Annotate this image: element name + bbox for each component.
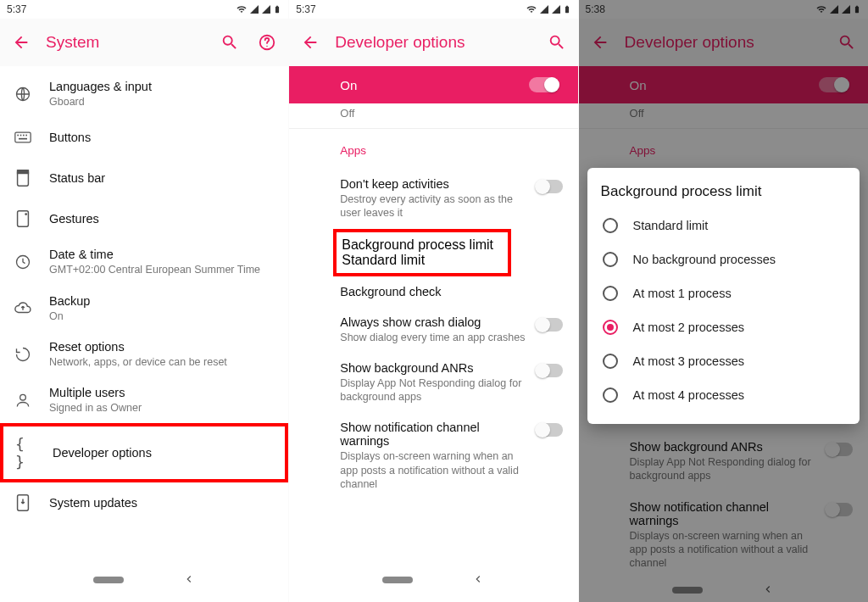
item-sub: Destroy every activity as soon as the us… (340, 192, 526, 220)
item-sub: Gboard (49, 95, 276, 109)
nav-back[interactable] (183, 571, 195, 589)
cloud-icon (12, 302, 34, 315)
item-sub: Displays on-screen warning when an app p… (340, 449, 526, 491)
svg-rect-3 (15, 132, 31, 142)
back-button[interactable] (8, 30, 34, 55)
signal-icon (539, 4, 549, 14)
item-label: Always show crash dialog (340, 315, 526, 329)
app-bar: Developer options (289, 19, 577, 66)
dialog-option[interactable]: At most 3 processes (601, 344, 846, 378)
wifi-icon (526, 4, 537, 14)
brace-icon: { } (15, 435, 37, 471)
item-label: Show background ANRs (340, 361, 526, 375)
settings-item-status-bar[interactable]: Status bar (0, 158, 288, 198)
dev-item[interactable]: Don't keep activitiesDestroy every activ… (289, 169, 577, 229)
toggle[interactable] (536, 318, 563, 332)
svg-rect-7 (25, 135, 27, 137)
dev-item[interactable]: Always show crash dialogShow dialog ever… (289, 307, 577, 353)
toggle[interactable] (536, 180, 563, 193)
toggle[interactable] (536, 364, 563, 377)
option-label: At most 2 processes (633, 321, 744, 334)
master-switch[interactable] (529, 77, 559, 92)
settings-item-backup[interactable]: BackupOn (0, 286, 288, 332)
item-sub: Network, apps, or device can be reset (49, 355, 276, 369)
option-label: At most 1 process (633, 287, 732, 300)
dev-item[interactable]: Background check (289, 276, 577, 307)
option-label: No background processes (633, 253, 776, 266)
signal-icon (551, 4, 561, 14)
search-icon (220, 33, 239, 52)
settings-item-developer-options[interactable]: { }Developer options (0, 423, 288, 482)
chevron-left-icon (472, 573, 484, 585)
dev-item[interactable]: Show notification channel warningsDispla… (289, 412, 577, 499)
search-button[interactable] (544, 30, 570, 55)
radio-icon (603, 218, 618, 233)
dialog-options: Standard limitNo background processesAt … (601, 209, 846, 412)
settings-item-gestures[interactable]: Gestures (0, 198, 288, 239)
clock-time: 5:37 (296, 3, 315, 15)
radio-icon (603, 387, 618, 403)
settings-item-languages-input[interactable]: Languages & inputGboard (0, 71, 288, 117)
dialog-option[interactable]: At most 4 processes (601, 378, 846, 412)
item-label: Reset options (49, 340, 276, 354)
item-label: Developer options (53, 446, 273, 460)
status-bar: 5:37 (289, 0, 577, 19)
item-label: Status bar (49, 171, 276, 185)
page-title: Developer options (335, 33, 531, 52)
nav-bar (289, 563, 577, 597)
svg-rect-8 (19, 138, 27, 140)
status-icons (526, 3, 571, 15)
dialog-option[interactable]: No background processes (601, 242, 846, 276)
svg-rect-4 (17, 135, 19, 137)
section-apps: Apps (289, 129, 577, 164)
item-sub: Show dialog every time an app crashes (340, 331, 526, 344)
option-label: At most 3 processes (633, 354, 744, 368)
option-label: At most 4 processes (633, 388, 744, 402)
svg-rect-6 (23, 135, 25, 137)
settings-item-buttons[interactable]: Buttons (0, 117, 288, 158)
update-icon (12, 493, 34, 512)
settings-item-reset-options[interactable]: Reset optionsNetwork, apps, or device ca… (0, 332, 288, 377)
back-button[interactable] (298, 30, 323, 55)
settings-item-multiple-users[interactable]: Multiple usersSigned in as Owner (0, 377, 288, 423)
partial-row: ▬▬▬▬▬▬▬▬ Off (289, 103, 577, 129)
wifi-icon (236, 4, 248, 14)
dev-options-list: Don't keep activitiesDestroy every activ… (289, 164, 577, 499)
settings-item-system-updates[interactable]: System updates (0, 482, 288, 523)
home-pill[interactable] (382, 577, 413, 583)
item-sub: GMT+02:00 Central European Summer Time (49, 263, 276, 276)
dev-item[interactable]: Show background ANRsDisplay App Not Resp… (289, 353, 577, 413)
statusbar-icon (12, 169, 34, 187)
dialog-option[interactable]: Standard limit (601, 209, 846, 242)
dev-item[interactable]: Background process limitStandard limit (333, 229, 511, 276)
item-label: Languages & input (49, 80, 276, 93)
bg-process-limit-dialog: Background process limit Standard limitN… (587, 168, 860, 424)
screen-system: 5:37 System Languages & inputGboardButto… (0, 0, 289, 602)
radio-icon (603, 286, 618, 301)
nav-back[interactable] (472, 571, 484, 589)
home-pill[interactable] (93, 577, 124, 583)
dialog-option[interactable]: At most 1 process (601, 276, 846, 310)
item-sub: On (49, 309, 276, 323)
screen-dev-options: 5:37 Developer options On ▬▬▬▬▬▬▬▬ Off A… (289, 0, 578, 602)
option-label: Standard limit (633, 219, 709, 232)
screen-dialog: 5:38 Developer options On ▬▬▬▬▬▬▬▬ Of (579, 0, 868, 602)
clock-time: 5:37 (7, 3, 26, 15)
status-icons (236, 3, 281, 15)
page-title: System (46, 33, 205, 52)
help-button[interactable] (254, 30, 280, 55)
signal-icon (261, 4, 271, 14)
master-switch-bar[interactable]: On (289, 66, 577, 103)
svg-point-14 (20, 394, 26, 400)
toggle[interactable] (536, 423, 563, 437)
search-icon (548, 33, 566, 52)
app-bar: System (0, 19, 288, 66)
svg-point-1 (267, 46, 268, 47)
item-label: Gestures (49, 212, 276, 226)
search-button[interactable] (217, 30, 242, 55)
settings-item-date-time[interactable]: Date & timeGMT+02:00 Central European Su… (0, 239, 288, 285)
signal-icon (249, 4, 259, 14)
svg-rect-5 (20, 135, 22, 137)
user-icon (12, 392, 34, 409)
dialog-option[interactable]: At most 2 processes (601, 310, 846, 344)
